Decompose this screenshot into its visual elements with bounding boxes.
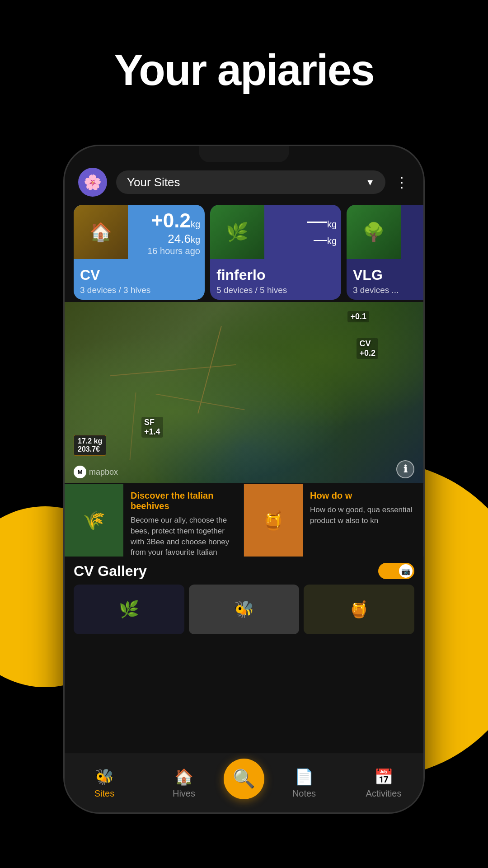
gallery-title: CV Gallery bbox=[74, 563, 147, 580]
nav-item-activities[interactable]: 📅 Activities bbox=[344, 768, 423, 799]
news-content-1: Discover the Italian beehives Become our… bbox=[123, 484, 244, 557]
card-name-finferlo: finferlo bbox=[216, 267, 265, 283]
gallery-toggle[interactable]: 📷 bbox=[378, 563, 414, 579]
news-title-1: Discover the Italian beehives bbox=[131, 491, 236, 511]
mapbox-logo: M bbox=[74, 466, 86, 478]
bottom-navigation: 🐝 Sites 🏠 Hives 🔍 📄 Notes 📅 Activities bbox=[65, 754, 423, 812]
mapbox-credit: M mapbox bbox=[74, 466, 118, 478]
page-title: Your apiaries bbox=[0, 45, 488, 95]
sites-label: Sites bbox=[94, 788, 114, 799]
card-time-cv: 16 hours ago bbox=[147, 246, 200, 256]
gallery-image-1[interactable]: 🌿 bbox=[74, 585, 184, 634]
activities-label: Activities bbox=[366, 788, 402, 799]
search-icon: 🔍 bbox=[233, 768, 255, 789]
news-text-1: Become our ally, choose the bees, protec… bbox=[131, 515, 236, 556]
nav-item-notes[interactable]: 📄 Notes bbox=[264, 768, 344, 799]
gallery-toggle-knob: 📷 bbox=[399, 564, 413, 578]
notes-icon: 📄 bbox=[295, 768, 314, 786]
nav-item-sites[interactable]: 🐝 Sites bbox=[65, 768, 144, 799]
sites-dropdown-label: Your Sites bbox=[127, 175, 180, 189]
map-satellite-view: +0.1 CV+0.2 SF+1.4 17.2 kg 203.7€ M mapb… bbox=[65, 302, 423, 483]
card-image-cv: 🏠 bbox=[74, 205, 128, 259]
notes-label: Notes bbox=[292, 788, 316, 799]
card-devices-finferlo: 5 devices / 5 hives bbox=[216, 285, 287, 295]
news-card-2[interactable]: 🍯 How do w How do w good, qua essential … bbox=[244, 484, 423, 557]
gallery-image-3[interactable]: 🍯 bbox=[304, 585, 414, 634]
map-stats-marker: 17.2 kg 203.7€ bbox=[74, 435, 106, 456]
map-info-button[interactable]: ℹ bbox=[396, 460, 414, 478]
site-card-finferlo[interactable]: 🌿 — kg — kg finferlo 5 devices / 5 hives bbox=[210, 205, 341, 300]
card-total-unit-cv: kg bbox=[191, 235, 200, 245]
map-label-top: +0.1 bbox=[347, 311, 369, 322]
news-content-2: How do w How do w good, qua essential pr… bbox=[303, 484, 423, 557]
map-label-cv: CV+0.2 bbox=[357, 338, 378, 359]
card-stats-cv: +0.2 kg 24.6 kg 16 hours ago bbox=[147, 209, 200, 256]
hives-label: Hives bbox=[173, 788, 195, 799]
news-card-1[interactable]: 🌾 Discover the Italian beehives Become o… bbox=[65, 484, 244, 557]
card-devices-cv: 3 devices / 3 hives bbox=[80, 285, 150, 295]
search-fab-button[interactable]: 🔍 bbox=[224, 759, 264, 799]
card-weight-dash-finferlo: — bbox=[307, 209, 327, 232]
header: 🌸 Your Sites ▼ ⋮ bbox=[65, 164, 423, 200]
avatar[interactable]: 🌸 bbox=[78, 168, 107, 197]
sites-icon: 🐝 bbox=[95, 768, 114, 786]
map-area[interactable]: +0.1 CV+0.2 SF+1.4 17.2 kg 203.7€ M mapb… bbox=[65, 302, 423, 483]
map-stats-weight: 17.2 kg bbox=[78, 437, 102, 445]
card-weight-change-cv: +0.2 bbox=[151, 209, 191, 232]
phone-screen: 🌸 Your Sites ▼ ⋮ 🏠 +0.2 kg 24.6 bbox=[65, 146, 423, 812]
card-image-finferlo: 🌿 bbox=[210, 205, 264, 259]
map-label-sf: SF+1.4 bbox=[141, 417, 163, 438]
news-thumb-2: 🍯 bbox=[244, 484, 303, 557]
gallery-images: 🌿 🐝 🍯 bbox=[74, 585, 414, 634]
card-total-unit-finferlo: kg bbox=[327, 236, 337, 246]
news-title-2: How do w bbox=[310, 491, 416, 501]
avatar-icon: 🌸 bbox=[84, 174, 102, 191]
gallery-section: CV Gallery 📷 🌿 🐝 🍯 bbox=[65, 557, 423, 639]
activities-icon: 📅 bbox=[374, 768, 393, 786]
card-stats-finferlo: — kg — kg bbox=[307, 209, 337, 247]
sites-dropdown[interactable]: Your Sites ▼ bbox=[116, 170, 385, 194]
card-name-vlg: VLG bbox=[353, 267, 383, 283]
card-name-cv: CV bbox=[80, 267, 100, 283]
site-card-cv[interactable]: 🏠 +0.2 kg 24.6 kg 16 hours ago CV 3 devi… bbox=[74, 205, 205, 300]
news-thumb-1: 🌾 bbox=[65, 484, 123, 557]
mapbox-label: mapbox bbox=[89, 467, 118, 477]
news-text-2: How do w good, qua essential product w a… bbox=[310, 505, 416, 526]
card-weight-unit-cv: kg bbox=[191, 219, 200, 230]
phone-frame: 🌸 Your Sites ▼ ⋮ 🏠 +0.2 kg 24.6 bbox=[63, 145, 425, 814]
map-stats-value: 203.7€ bbox=[78, 445, 102, 453]
site-cards-row: 🏠 +0.2 kg 24.6 kg 16 hours ago CV 3 devi… bbox=[65, 205, 423, 304]
nav-item-hives[interactable]: 🏠 Hives bbox=[144, 768, 224, 799]
card-total-weight-cv: 24.6 bbox=[168, 232, 191, 246]
notch bbox=[199, 146, 289, 162]
card-image-vlg: 🌳 bbox=[347, 205, 401, 259]
site-card-vlg[interactable]: 🌳 VLG 3 devices ... bbox=[347, 205, 423, 300]
card-devices-vlg: 3 devices ... bbox=[353, 285, 399, 295]
card-weight-unit-finferlo: kg bbox=[327, 219, 337, 230]
more-menu-button[interactable]: ⋮ bbox=[394, 174, 410, 191]
hives-icon: 🏠 bbox=[174, 768, 193, 786]
gallery-header: CV Gallery 📷 bbox=[74, 557, 414, 585]
card-total-dash-finferlo: — bbox=[314, 232, 327, 247]
chevron-down-icon: ▼ bbox=[366, 177, 375, 188]
gallery-image-2[interactable]: 🐝 bbox=[189, 585, 300, 634]
news-section: 🌾 Discover the Italian beehives Become o… bbox=[65, 484, 423, 557]
